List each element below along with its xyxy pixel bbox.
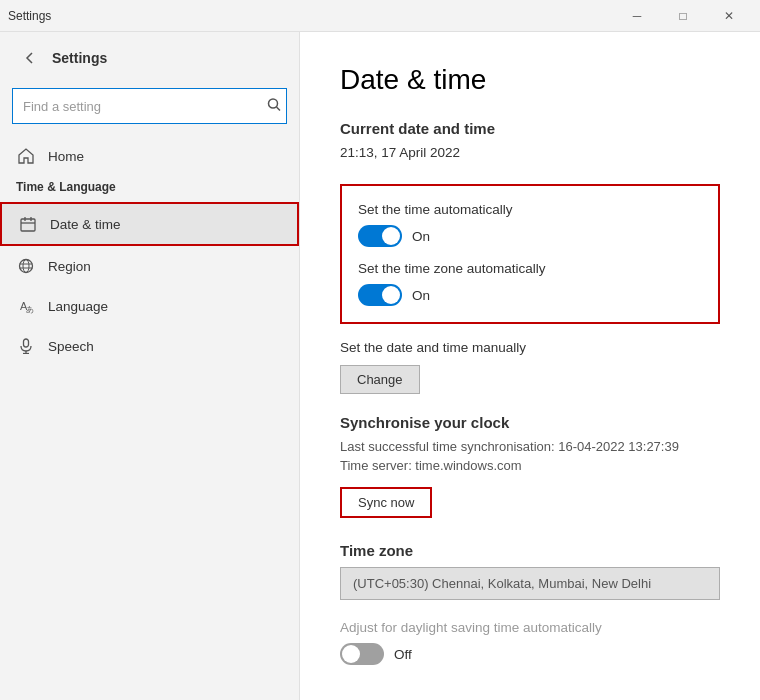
maximize-button[interactable]: □ — [660, 0, 706, 32]
sidebar-item-home-label: Home — [48, 149, 84, 164]
dst-label: Adjust for daylight saving time automati… — [340, 620, 720, 635]
auto-timezone-row: Set the time zone automatically On — [358, 261, 702, 306]
home-icon — [16, 146, 36, 166]
svg-line-1 — [277, 107, 281, 111]
sidebar-item-region-label: Region — [48, 259, 91, 274]
back-button[interactable] — [16, 44, 44, 72]
search-input[interactable] — [12, 88, 287, 124]
current-date-section-title: Current date and time — [340, 120, 720, 137]
minimize-button[interactable]: ─ — [614, 0, 660, 32]
sidebar-item-speech[interactable]: Speech — [0, 326, 299, 366]
auto-time-label: Set the time automatically — [358, 202, 702, 217]
dst-section: Adjust for daylight saving time automati… — [340, 620, 720, 665]
svg-rect-12 — [24, 339, 29, 347]
title-bar-controls: ─ □ ✕ — [614, 0, 752, 32]
svg-point-7 — [23, 260, 29, 273]
sidebar-header: Settings — [0, 32, 299, 84]
sync-now-button[interactable]: Sync now — [340, 487, 432, 518]
search-icon-button[interactable] — [267, 98, 281, 115]
sidebar: Settings Home Time & Language — [0, 32, 300, 700]
sync-section-title: Synchronise your clock — [340, 414, 720, 431]
last-sync-info: Last successful time synchronisation: 16… — [340, 439, 720, 454]
auto-time-toggle-label: On — [412, 229, 430, 244]
timezone-label: Time zone — [340, 542, 720, 559]
svg-rect-2 — [21, 219, 35, 231]
svg-point-0 — [269, 99, 278, 108]
auto-time-row: Set the time automatically On — [358, 202, 702, 247]
search-icon — [267, 98, 281, 112]
manual-section: Set the date and time manually Change — [340, 340, 720, 394]
back-icon — [24, 52, 36, 64]
auto-settings-box: Set the time automatically On Set the ti… — [340, 184, 720, 324]
timezone-dropdown[interactable]: (UTC+05:30) Chennai, Kolkata, Mumbai, Ne… — [340, 567, 720, 600]
sidebar-item-home[interactable]: Home — [0, 136, 299, 176]
sidebar-item-region[interactable]: Region — [0, 246, 299, 286]
auto-timezone-label: Set the time zone automatically — [358, 261, 702, 276]
change-button[interactable]: Change — [340, 365, 420, 394]
microphone-icon — [16, 336, 36, 356]
sidebar-app-title: Settings — [52, 50, 107, 66]
manual-section-label: Set the date and time manually — [340, 340, 720, 355]
sidebar-item-date-time[interactable]: Date & time — [0, 202, 299, 246]
current-time-value: 21:13, 17 April 2022 — [340, 145, 720, 160]
app-window: Settings Home Time & Language — [0, 32, 760, 700]
close-button[interactable]: ✕ — [706, 0, 752, 32]
auto-timezone-toggle[interactable] — [358, 284, 402, 306]
dst-toggle[interactable] — [340, 643, 384, 665]
auto-timezone-toggle-label: On — [412, 288, 430, 303]
sidebar-item-date-time-label: Date & time — [50, 217, 121, 232]
title-bar-title: Settings — [8, 9, 51, 23]
svg-text:あ: あ — [26, 305, 34, 314]
main-content: Date & time Current date and time 21:13,… — [300, 32, 760, 700]
dst-toggle-row: Off — [340, 643, 720, 665]
auto-timezone-toggle-row: On — [358, 284, 702, 306]
search-box — [12, 88, 287, 124]
auto-time-toggle-row: On — [358, 225, 702, 247]
sidebar-item-language[interactable]: A あ Language — [0, 286, 299, 326]
title-bar-left: Settings — [8, 9, 51, 23]
time-server-info: Time server: time.windows.com — [340, 458, 720, 473]
sidebar-item-speech-label: Speech — [48, 339, 94, 354]
auto-time-toggle[interactable] — [358, 225, 402, 247]
title-bar: Settings ─ □ ✕ — [0, 0, 760, 32]
svg-point-6 — [20, 260, 33, 273]
dst-toggle-label: Off — [394, 647, 412, 662]
page-title: Date & time — [340, 64, 720, 96]
globe-icon — [16, 256, 36, 276]
language-icon: A あ — [16, 296, 36, 316]
timezone-section: Time zone (UTC+05:30) Chennai, Kolkata, … — [340, 542, 720, 600]
sidebar-section-label: Time & Language — [0, 176, 299, 202]
sidebar-item-language-label: Language — [48, 299, 108, 314]
calendar-icon — [18, 214, 38, 234]
sync-section: Synchronise your clock Last successful t… — [340, 414, 720, 518]
